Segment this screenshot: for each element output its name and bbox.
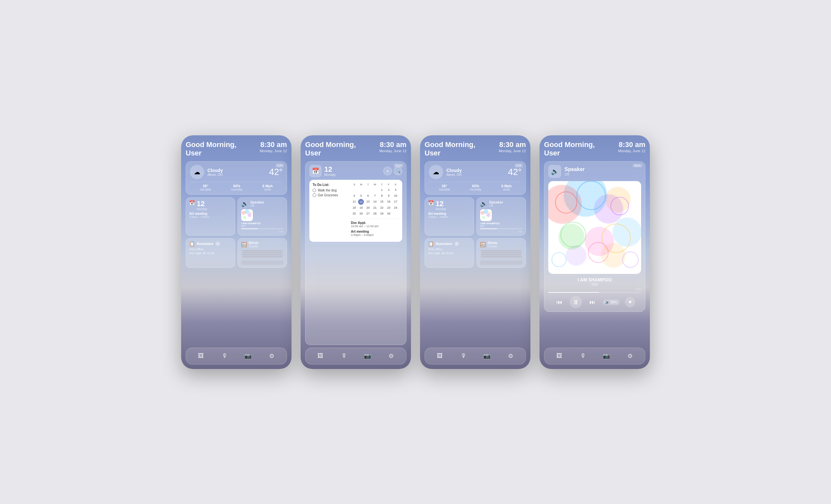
back-btn-4[interactable]: Back <box>633 164 642 168</box>
svg-point-6 <box>552 253 566 267</box>
weather-widget-1[interactable]: Edit ☁ Cloudy Akron, OH 42° 28° Sensible <box>186 161 287 195</box>
blinds-status-3: Closed <box>488 245 498 248</box>
weather-detail-humidity-3: 60% Humidity <box>470 184 481 191</box>
next-button-4[interactable]: ⏭ <box>587 297 598 307</box>
edit-button-1[interactable]: Edit <box>276 164 284 168</box>
play-pause-button-4[interactable]: ⏸ <box>570 296 582 308</box>
date-2: Monday, June 12 <box>379 149 406 153</box>
dock-mic-3[interactable]: 🎙 <box>458 351 469 361</box>
dock-settings-4[interactable]: ⚙ <box>625 351 636 361</box>
music-player-4[interactable]: Back 🔈 Speaker Off <box>544 161 645 312</box>
todo-item-1-2: Walk the dog <box>313 188 348 192</box>
cal-day-num-1: 12 <box>197 200 207 207</box>
dock-mic-4[interactable]: 🎙 <box>577 351 589 361</box>
today-cell-2[interactable]: 12 <box>358 199 364 205</box>
time-2: 8:30 am <box>379 141 406 149</box>
dock-camera-1[interactable]: 📷 <box>242 351 254 361</box>
album-art-small-3 <box>480 209 492 221</box>
svg-point-1 <box>577 181 605 210</box>
weather-detail-sensible-3: 28° Sensible <box>439 184 450 191</box>
calendar-widget-3[interactable]: 📅 12 Monday Art meeting 3:30pm – 5:00pm <box>425 197 474 236</box>
music-progress-4[interactable] <box>548 292 641 293</box>
weather-widget-3[interactable]: Edit ☁ Cloudy Akron, OH 42° 28° Sensible <box>425 161 526 195</box>
blinds-label-3: Blinds <box>488 241 498 245</box>
cal-event-time-3: 3:30pm – 5:00pm <box>428 215 470 218</box>
weather-temp-3: 42° <box>508 167 522 177</box>
dock-photos-3[interactable]: 🖼 <box>434 351 446 361</box>
reminders-badge-3: 2 <box>455 241 459 246</box>
calendar-expanded-2[interactable]: 📅 12 Monday + 🔍 Back <box>305 161 406 345</box>
reminder-item-1-3: Post Office <box>428 248 470 251</box>
artist-name-1: BiBi <box>241 225 283 227</box>
weather-condition-3: Cloudy <box>446 168 462 173</box>
dock-camera-3[interactable]: 📷 <box>481 351 492 361</box>
track-name-3: I AM SHAMPOO <box>480 222 522 225</box>
music-controls-4: ⏮ ⏸ ⏭ 🔊 55% ♥ <box>548 296 641 308</box>
weather-location-1: Akron, OH <box>207 173 223 177</box>
weather-location-3: Akron, OH <box>446 173 462 177</box>
greeting-3: Good Morning, User <box>425 141 475 158</box>
event-2-2: Art meeting 3:30pm – 5:00pm <box>351 230 399 237</box>
greeting-2: Good Morning, User <box>305 141 356 158</box>
speaker-status-4: Off <box>565 172 584 176</box>
progress-bar-3 <box>480 229 522 229</box>
time-1: 8:30 am <box>260 141 287 149</box>
calendar-icon-2: 📅 <box>309 165 322 177</box>
track-time-3: 2:21 <box>480 230 522 233</box>
blinds-widget-3[interactable]: 🪟 Blinds Closed <box>477 238 526 268</box>
header-4: Good Morning, User 8:30 am Monday, June … <box>544 141 645 158</box>
dock-settings-3[interactable]: ⚙ <box>505 351 516 361</box>
dock-1: 🖼 🎙 📷 ⚙ <box>186 348 287 364</box>
album-art-large-4 <box>548 181 641 274</box>
header-1: Good Morning, User 8:30 am Monday, June … <box>186 141 287 158</box>
weather-temp-1: 42° <box>269 167 283 177</box>
reminders-widget-1[interactable]: 📋 Reminders 2 Post Office Doc Appt. @ 10… <box>186 238 235 268</box>
prev-button-4[interactable]: ⏮ <box>554 297 565 307</box>
reminders-widget-3[interactable]: 📋 Reminders 2 Post Office Doc Appt. @ 10… <box>425 238 474 268</box>
phone-3: Good Morning, User 8:30 am Monday, June … <box>420 135 531 369</box>
dock-camera-4[interactable]: 📷 <box>601 351 612 361</box>
calendar-widget-1[interactable]: 📅 12 Monday Art meeting 3:30pm – 5:00pm <box>186 197 235 236</box>
dock-photos-4[interactable]: 🖼 <box>554 351 565 361</box>
speaker-icon-1: 🔈 <box>241 200 248 207</box>
music-track-name-4: I AM SHAMPOO <box>548 277 641 283</box>
dock-photos-2[interactable]: 🖼 <box>315 351 326 361</box>
speaker-icon-3: 🔈 <box>480 200 487 207</box>
reminder-item-2-3: Doc Appt. @ 10 am <box>428 251 470 255</box>
reminder-item-2: Doc Appt. @ 10 am <box>189 251 231 255</box>
blinds-label-1: Blinds <box>249 241 259 245</box>
phone-1: Good Morning, User 8:30 am Monday, June … <box>181 135 291 369</box>
greeting-4: Good Morning, User <box>544 141 595 158</box>
track-time-1: 2:21 <box>241 230 283 233</box>
dock-settings-2[interactable]: ⚙ <box>385 351 397 361</box>
phone-4: Good Morning, User 8:30 am Monday, June … <box>540 135 650 369</box>
reminders-label-1: Reminders <box>197 242 213 246</box>
favorite-button-4[interactable]: ♥ <box>625 297 635 307</box>
speaker-widget-3[interactable]: 🔈 Speaker Off I AM SHAMPOO BiBi <box>477 197 526 236</box>
cal-day-label-2: Monday <box>324 173 336 177</box>
cal-add-btn-2[interactable]: + <box>383 167 392 175</box>
dock-mic-2[interactable]: 🎙 <box>339 351 350 361</box>
back-btn-2[interactable]: Back <box>394 164 403 168</box>
volume-badge-4[interactable]: 🔊 55% <box>603 300 620 305</box>
dock-camera-2[interactable]: 📷 <box>362 351 373 361</box>
reminders-badge-1: 2 <box>216 241 220 246</box>
speaker-status-3: Off <box>489 204 503 207</box>
date-3: Monday, June 12 <box>498 149 526 153</box>
todo-item-2-2: Get Groceries <box>313 194 348 197</box>
cal-date-big-2: 12 <box>324 166 336 173</box>
speaker-icon-large-4: 🔈 <box>548 165 561 178</box>
dock-settings-1[interactable]: ⚙ <box>266 351 277 361</box>
blinds-control-3[interactable] <box>480 260 522 265</box>
blinds-control-1[interactable] <box>241 260 283 265</box>
dock-2: 🖼 🎙 📷 ⚙ <box>305 348 406 364</box>
edit-button-3[interactable]: Edit <box>515 164 523 168</box>
dock-mic-1[interactable]: 🎙 <box>219 351 230 361</box>
svg-point-7 <box>623 252 638 267</box>
cal-event-title-1: Art meeting <box>189 212 231 215</box>
blinds-widget-1[interactable]: 🪟 Blinds Closed <box>238 238 287 268</box>
cal-search-btn-2[interactable]: 🔍 <box>394 167 402 175</box>
speaker-widget-1[interactable]: 🔈 Speaker Off I AM SHAMPOO BiBi <box>238 197 287 236</box>
dock-photos-1[interactable]: 🖼 <box>195 351 206 361</box>
blinds-visual-1 <box>241 249 283 259</box>
